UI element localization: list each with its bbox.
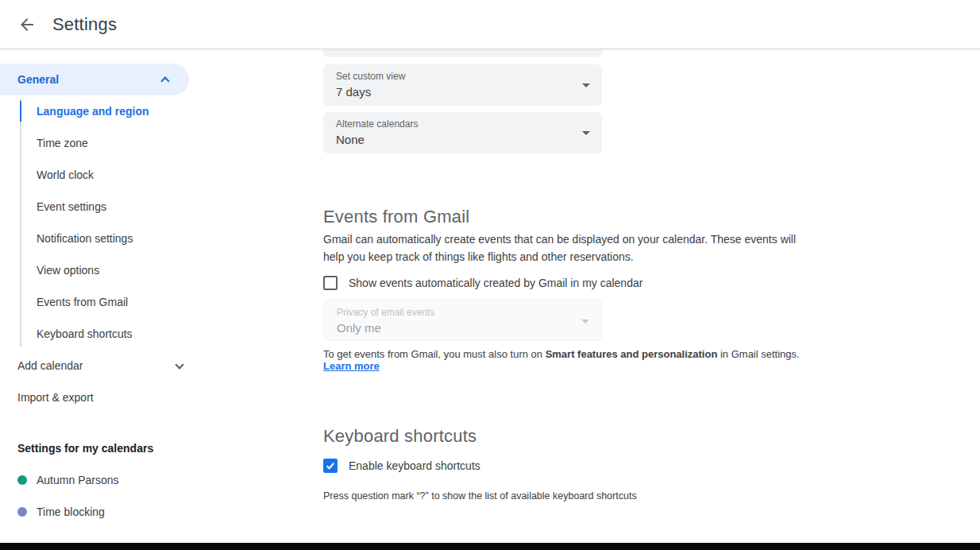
- sidebar-item-keyboard-shortcuts[interactable]: Keyboard shortcuts: [0, 318, 203, 350]
- events-from-gmail-heading: Events from Gmail: [323, 207, 469, 227]
- gmail-settings-note: To get events from Gmail, you must also …: [323, 348, 800, 360]
- chevron-up-icon: [160, 76, 169, 85]
- sidebar-item-general[interactable]: General: [0, 64, 189, 95]
- sidebar-item-calendar-autumn-parsons[interactable]: Autumn Parsons: [0, 464, 203, 496]
- enable-keyboard-shortcuts-checkbox-row[interactable]: Enable keyboard shortcuts: [323, 459, 480, 473]
- sidebar-item-label: Add calendar: [17, 359, 176, 372]
- show-gmail-events-checkbox-row[interactable]: Show events automatically created by Gma…: [323, 276, 642, 290]
- select-value: Only me: [337, 321, 588, 335]
- select-label: Alternate calendars: [336, 118, 589, 130]
- calendar-name: Autumn Parsons: [37, 474, 119, 486]
- sidebar-item-world-clock[interactable]: World clock: [0, 159, 203, 191]
- settings-content: Set custom view 7 days Alternate calenda…: [323, 0, 816, 550]
- calendar-color-dot: [17, 475, 27, 485]
- checkbox-label: Enable keyboard shortcuts: [349, 459, 480, 472]
- checkbox-icon: [323, 276, 338, 290]
- my-calendars-heading: Settings for my calendars: [0, 432, 203, 464]
- sidebar-item-add-calendar[interactable]: Add calendar: [0, 350, 203, 382]
- bottom-edge-bar: [0, 543, 980, 550]
- dropdown-arrow-icon: [582, 131, 590, 135]
- page-title: Settings: [52, 14, 117, 35]
- dropdown-arrow-icon: [581, 320, 589, 323]
- settings-sidebar: General Language and region Time zone Wo…: [0, 49, 203, 528]
- general-subsections: Language and region Time zone World cloc…: [0, 95, 203, 350]
- sidebar-item-events-from-gmail[interactable]: Events from Gmail: [0, 286, 203, 318]
- select-value: 7 days: [336, 85, 589, 99]
- sidebar-item-view-options[interactable]: View options: [0, 254, 203, 286]
- dropdown-arrow-icon: [582, 83, 590, 87]
- keyboard-shortcuts-hint: Press question mark “?” to show the list…: [323, 490, 637, 502]
- sidebar-item-label: Import & export: [17, 391, 203, 404]
- back-button[interactable]: [11, 9, 43, 41]
- note-bold-text: Smart features and personalization: [546, 348, 718, 360]
- arrow-back-icon: [17, 15, 37, 34]
- calendar-name: Time blocking: [37, 505, 105, 518]
- privacy-of-email-events-select: Privacy of email events Only me: [323, 300, 602, 341]
- select-label: Privacy of email events: [337, 307, 588, 318]
- checkbox-label: Show events automatically created by Gma…: [349, 277, 642, 289]
- sidebar-item-label: General: [17, 73, 162, 86]
- learn-more-link[interactable]: Learn more: [323, 360, 380, 372]
- sidebar-item-time-zone[interactable]: Time zone: [0, 127, 203, 159]
- events-from-gmail-description: Gmail can automatically create events th…: [323, 230, 800, 265]
- sidebar-item-event-settings[interactable]: Event settings: [0, 191, 203, 223]
- select-value: None: [336, 133, 589, 146]
- select-label: Set custom view: [336, 71, 589, 82]
- alternate-calendars-select[interactable]: Alternate calendars None: [323, 112, 602, 153]
- chevron-down-icon: [175, 360, 183, 369]
- set-custom-view-select[interactable]: Set custom view 7 days: [323, 64, 602, 106]
- sidebar-item-import-export[interactable]: Import & export: [0, 382, 203, 413]
- calendar-color-dot: [17, 507, 27, 517]
- sidebar-item-calendar-time-blocking[interactable]: Time blocking: [0, 496, 203, 528]
- sidebar-item-notification-settings[interactable]: Notification settings: [0, 223, 203, 254]
- header: Settings: [0, 0, 980, 49]
- settings-page: Settings General Language and region Tim…: [0, 0, 980, 550]
- keyboard-shortcuts-heading: Keyboard shortcuts: [323, 426, 476, 447]
- sidebar-item-language-and-region[interactable]: Language and region: [0, 95, 203, 127]
- checkbox-icon: [323, 459, 338, 473]
